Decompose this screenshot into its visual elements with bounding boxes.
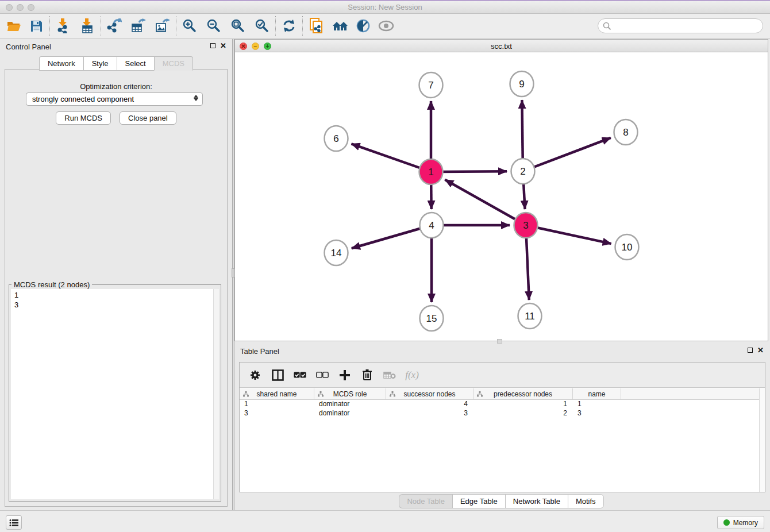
export-table-icon[interactable]	[129, 16, 148, 36]
hide-graphics-details-icon[interactable]	[353, 16, 373, 36]
tab-edge-table[interactable]: Edge Table	[452, 494, 505, 508]
memory-button[interactable]: Memory	[717, 516, 764, 529]
first-neighbors-icon[interactable]	[330, 16, 350, 36]
table-cell-successor_nodes[interactable]: 4	[386, 400, 473, 409]
result-scrollbar[interactable]	[213, 289, 219, 499]
tab-mcds[interactable]: MCDS	[154, 56, 193, 71]
table-options-gear-icon[interactable]	[249, 369, 261, 381]
column-browser-icon[interactable]	[271, 369, 284, 381]
refresh-view-icon[interactable]	[279, 16, 299, 36]
run-mcds-button[interactable]: Run MCDS	[56, 111, 111, 125]
import-network-icon[interactable]	[53, 16, 73, 36]
deselect-all-checkboxes-icon[interactable]	[316, 369, 329, 381]
tab-motifs[interactable]: Motifs	[568, 494, 604, 508]
memory-status-icon	[723, 519, 730, 526]
table-cell-name[interactable]: 1	[573, 400, 621, 409]
column-type-icon	[390, 391, 395, 397]
mcds-result-title: MCDS result (2 nodes)	[11, 280, 92, 289]
zoom-fit-icon[interactable]	[228, 16, 248, 36]
delete-table-icon	[383, 369, 396, 381]
table-cell-shared_name[interactable]: 1	[240, 400, 314, 409]
graph-node-7[interactable]: 7	[419, 72, 443, 98]
table-body: 1dominator4113dominator323	[240, 400, 765, 418]
graph-node-2[interactable]: 2	[511, 159, 535, 184]
graph-node-8[interactable]: 8	[614, 119, 638, 145]
table-cell-mcds_role[interactable]: dominator	[314, 400, 386, 409]
graph-node-10[interactable]: 10	[615, 234, 639, 260]
close-table-panel-icon[interactable]: ✕	[757, 348, 764, 353]
close-panel-button[interactable]: Close panel	[120, 111, 176, 125]
table-toolbar: f(x)	[240, 363, 765, 388]
toolbar-separator	[275, 16, 276, 36]
zoom-in-icon[interactable]	[180, 16, 199, 36]
graph-edge-3-1[interactable]	[445, 180, 526, 225]
toolbar-separator	[49, 16, 50, 36]
graph-node-9[interactable]: 9	[510, 71, 534, 97]
window-title: Session: New Session	[0, 3, 770, 11]
table-cell-predecessor_nodes[interactable]: 2	[473, 409, 573, 418]
graph-node-3[interactable]: 3	[514, 213, 538, 238]
table-cell-shared_name[interactable]: 3	[240, 409, 314, 418]
optimization-criterion-label: Optimization criterion:	[5, 82, 227, 91]
main-toolbar	[0, 14, 770, 38]
svg-text:14: 14	[331, 248, 342, 259]
tab-style[interactable]: Style	[83, 56, 117, 71]
tab-select[interactable]: Select	[117, 56, 154, 71]
table-cell-mcds_role[interactable]: dominator	[314, 409, 386, 418]
tab-node-table[interactable]: Node Table	[399, 494, 452, 508]
network-resize-grip[interactable]	[497, 339, 502, 344]
float-panel-icon[interactable]	[210, 43, 215, 48]
graph-node-15[interactable]: 15	[420, 306, 444, 331]
column-header-predecessor-nodes[interactable]: predecessor nodes	[473, 388, 573, 399]
add-column-icon[interactable]	[338, 369, 351, 381]
svg-text:15: 15	[426, 313, 437, 324]
memory-label: Memory	[733, 519, 758, 527]
mcds-result-text: 1 3	[11, 289, 213, 499]
column-header-mcds-role[interactable]: MCDS role	[314, 388, 386, 399]
log-console-button[interactable]	[6, 515, 22, 530]
save-session-icon[interactable]	[26, 16, 46, 36]
tab-network-table[interactable]: Network Table	[505, 494, 568, 508]
graph-edge-2-8[interactable]	[523, 138, 611, 171]
graph-node-6[interactable]: 6	[325, 126, 348, 151]
graph-edge-1-6[interactable]	[351, 144, 431, 172]
column-type-icon	[243, 391, 249, 397]
import-table-icon[interactable]	[78, 16, 97, 36]
graph-node-14[interactable]: 14	[325, 240, 348, 265]
tab-network[interactable]: Network	[39, 56, 83, 71]
zoom-selected-icon[interactable]	[252, 16, 272, 36]
table-vertical-scrollbar[interactable]	[759, 388, 765, 492]
column-header-successor-nodes[interactable]: successor nodes	[386, 388, 473, 399]
table-row[interactable]: 1dominator411	[240, 400, 765, 409]
duplicate-network-icon[interactable]	[306, 16, 326, 36]
table-cell-successor_nodes[interactable]: 3	[386, 409, 473, 418]
application-window: Session: New Session	[0, 0, 770, 532]
export-network-icon[interactable]	[105, 16, 124, 36]
network-canvas[interactable]: 1234678910111415	[235, 52, 768, 341]
open-session-icon[interactable]	[5, 16, 24, 36]
close-panel-icon[interactable]: ✕	[220, 43, 226, 48]
table-cell-predecessor_nodes[interactable]: 1	[473, 400, 573, 409]
graph-node-1[interactable]: 1	[419, 159, 443, 184]
toolbar-separator	[101, 16, 101, 36]
column-header-shared-name[interactable]: shared name	[240, 388, 314, 399]
search-input[interactable]	[611, 20, 763, 32]
control-panel-title: Control Panel	[6, 43, 51, 51]
search-field[interactable]	[598, 18, 763, 33]
export-image-icon[interactable]	[153, 16, 172, 36]
select-all-checkboxes-icon[interactable]	[294, 369, 306, 381]
zoom-out-icon[interactable]	[204, 16, 224, 36]
column-header-name[interactable]: name	[573, 388, 621, 399]
float-table-panel-icon[interactable]	[748, 348, 753, 353]
graph-node-4[interactable]: 4	[420, 213, 444, 238]
table-cell-name[interactable]: 3	[573, 409, 621, 418]
svg-text:1: 1	[428, 167, 433, 178]
criterion-dropdown[interactable]: strongly connected component	[26, 92, 203, 106]
show-graphics-details-icon	[376, 16, 396, 36]
graph-node-11[interactable]: 11	[518, 303, 542, 329]
svg-text:4: 4	[429, 220, 434, 231]
network-graph[interactable]: 1234678910111415	[235, 52, 768, 341]
table-row[interactable]: 3dominator323	[240, 409, 765, 418]
delete-column-icon[interactable]	[361, 369, 374, 381]
graph-edge-3-10[interactable]	[526, 225, 611, 244]
